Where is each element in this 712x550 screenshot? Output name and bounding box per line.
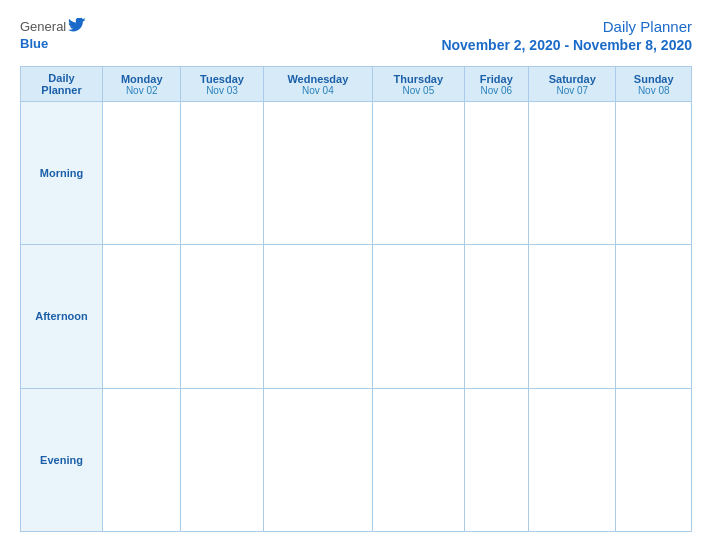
planner-table: Daily Planner Monday Nov 02 Tuesday Nov … [20, 66, 692, 532]
cell-thursday-afternoon[interactable] [373, 245, 464, 388]
cell-wednesday-afternoon[interactable] [263, 245, 373, 388]
cell-tuesday-evening[interactable] [181, 388, 263, 531]
col-header-tuesday: Tuesday Nov 03 [181, 67, 263, 102]
cell-saturday-evening[interactable] [529, 388, 616, 531]
table-row-afternoon: Afternoon [21, 245, 692, 388]
cell-saturday-afternoon[interactable] [529, 245, 616, 388]
cell-thursday-morning[interactable] [373, 102, 464, 245]
logo-general: General [20, 19, 66, 35]
cell-monday-evening[interactable] [103, 388, 181, 531]
cell-saturday-morning[interactable] [529, 102, 616, 245]
cell-sunday-morning[interactable] [616, 102, 692, 245]
logo: General Blue [20, 18, 86, 52]
cell-wednesday-morning[interactable] [263, 102, 373, 245]
table-row-evening: Evening [21, 388, 692, 531]
row-label-afternoon: Afternoon [21, 245, 103, 388]
cell-thursday-evening[interactable] [373, 388, 464, 531]
col-header-wednesday: Wednesday Nov 04 [263, 67, 373, 102]
cell-monday-morning[interactable] [103, 102, 181, 245]
logo-bird-icon [68, 18, 86, 36]
col-header-monday: Monday Nov 02 [103, 67, 181, 102]
col-header-sunday: Sunday Nov 08 [616, 67, 692, 102]
cell-tuesday-afternoon[interactable] [181, 245, 263, 388]
row-label-evening: Evening [21, 388, 103, 531]
cell-friday-morning[interactable] [464, 102, 529, 245]
cell-wednesday-evening[interactable] [263, 388, 373, 531]
cell-sunday-evening[interactable] [616, 388, 692, 531]
cell-monday-afternoon[interactable] [103, 245, 181, 388]
date-range: November 2, 2020 - November 8, 2020 [441, 37, 692, 53]
col-header-thursday: Thursday Nov 05 [373, 67, 464, 102]
col-header-daily-planner: Daily Planner [21, 67, 103, 102]
cell-friday-afternoon[interactable] [464, 245, 529, 388]
page-title: Daily Planner [603, 18, 692, 35]
table-row-morning: Morning [21, 102, 692, 245]
cell-tuesday-morning[interactable] [181, 102, 263, 245]
col-header-friday: Friday Nov 06 [464, 67, 529, 102]
title-block: Daily Planner November 2, 2020 - Novembe… [441, 18, 692, 54]
logo-blue: Blue [20, 36, 48, 52]
cell-sunday-afternoon[interactable] [616, 245, 692, 388]
table-header-row: Daily Planner Monday Nov 02 Tuesday Nov … [21, 67, 692, 102]
cell-friday-evening[interactable] [464, 388, 529, 531]
col-header-saturday: Saturday Nov 07 [529, 67, 616, 102]
page-header: General Blue Daily Planner November 2, 2… [20, 18, 692, 54]
row-label-morning: Morning [21, 102, 103, 245]
